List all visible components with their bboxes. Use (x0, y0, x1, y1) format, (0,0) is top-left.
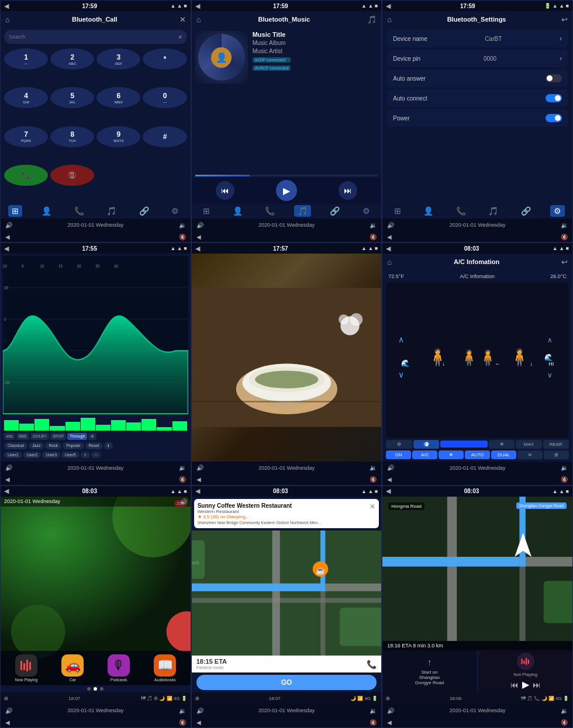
nav-tab-phone-3[interactable]: 📞 (453, 205, 470, 217)
preset-jazz[interactable]: Jazz (29, 442, 44, 449)
mute-icon-5[interactable]: 🔇 (370, 476, 377, 483)
auto-connect-toggle[interactable] (546, 94, 562, 102)
vol-icon-7b[interactable]: 🔉 (179, 708, 186, 714)
setting-auto-answer[interactable]: Auto answer (387, 70, 568, 87)
preset-popular[interactable]: Popular (63, 442, 84, 449)
nav-tab-link[interactable]: 🔗 (136, 205, 153, 217)
eq-btn-bbe[interactable]: BBE (16, 433, 29, 440)
dot-2[interactable] (94, 687, 97, 691)
video-container[interactable] (192, 254, 382, 461)
close-icon-3[interactable]: ↩ (561, 15, 568, 24)
prev-track-button[interactable]: ⏮ (216, 181, 234, 200)
dial-2[interactable]: 2ABC (50, 48, 94, 70)
vol-icon-3[interactable]: 🔊 (387, 222, 394, 228)
poi-close-button[interactable]: ✕ (370, 502, 375, 525)
dial-9[interactable]: 9WXYZ (96, 126, 140, 147)
nav-tab-link-2[interactable]: 🔗 (326, 205, 343, 217)
ac-defrost-btn[interactable]: ≋ (517, 450, 543, 459)
music-note-icon-2[interactable]: 🎵 (367, 15, 377, 24)
back-arrow-7[interactable]: ◀ (4, 487, 9, 495)
go-button[interactable]: GO (196, 675, 377, 690)
remove-user-btn[interactable]: − (91, 452, 101, 458)
dial-5[interactable]: 5JKL (50, 87, 94, 108)
map-view[interactable]: ☕ Xin'ercun Park (192, 531, 382, 656)
ac-rear-btn[interactable]: REAR (543, 440, 569, 449)
dial-7[interactable]: 7PQRS (4, 126, 48, 147)
dial-star[interactable]: * (143, 48, 187, 70)
back-arrow-nav-9[interactable]: ◀ (387, 719, 392, 726)
back-arrow-nav-4[interactable]: ◀ (5, 476, 10, 483)
vol-icon-8[interactable]: 🔊 (196, 708, 203, 714)
ac-ac-btn[interactable]: A/C (412, 450, 437, 459)
back-arrow-nav-1[interactable]: ◀ (5, 234, 10, 240)
ac-gear-btn[interactable]: ⚙ (386, 440, 412, 449)
preset-reset[interactable]: Reset (85, 442, 103, 449)
ac-max-btn[interactable]: MAX (516, 440, 541, 449)
nav-tab-phone[interactable]: 📞 (71, 205, 88, 217)
home-icon-6[interactable]: ⌂ (387, 258, 392, 266)
setting-power[interactable]: Power (387, 109, 568, 127)
eq-info-btn[interactable]: ℹ (104, 442, 113, 449)
vol-icon-6[interactable]: 🔊 (387, 464, 394, 471)
phone-icon-map[interactable]: 📞 (367, 660, 377, 669)
vol-icon-5[interactable]: 🔊 (196, 464, 203, 471)
call-button[interactable]: 📞 (4, 165, 48, 186)
back-arrow-nav-7[interactable]: ◀ (5, 719, 10, 726)
mute-icon-9[interactable]: 🔇 (561, 719, 568, 726)
nav-tab-settings-2[interactable]: ⚙ (359, 205, 374, 217)
back-arrow-1[interactable]: ◀ (4, 2, 9, 10)
dial-8[interactable]: 8TUV (50, 126, 94, 147)
vol-icon-9[interactable]: 🔊 (387, 708, 394, 714)
mute-icon-3[interactable]: 🔇 (561, 234, 568, 240)
vol-icon-6b[interactable]: 🔉 (561, 464, 568, 471)
home-icon-1[interactable]: ⌂ (5, 15, 10, 24)
power-toggle[interactable] (546, 114, 562, 122)
back-arrow-4[interactable]: ◀ (4, 245, 9, 252)
eq-btn-srs[interactable]: SRS® (50, 433, 67, 440)
dot-1[interactable] (87, 687, 91, 691)
back-arrow-2[interactable]: ◀ (195, 2, 200, 10)
mute-icon-4[interactable]: 🔇 (179, 476, 186, 483)
eq-btn-plus[interactable]: ⊕ (88, 433, 96, 440)
android-status-grid-8[interactable]: ⊞ (195, 696, 199, 701)
gps-map[interactable]: Hongma Road Shangliao Gongye Road (382, 497, 572, 641)
back-arrow-nav-6[interactable]: ◀ (387, 476, 392, 483)
mute-icon-2[interactable]: 🔇 (370, 234, 377, 240)
android-status-grid[interactable]: ⊞ (4, 696, 8, 701)
dial-1[interactable]: 1— (4, 48, 48, 70)
back-arrow-nav-2[interactable]: ◀ (196, 234, 201, 240)
user2-btn[interactable]: User2 (23, 452, 42, 458)
nav-tab-link-3[interactable]: 🔗 (517, 205, 534, 217)
vol-icon-7[interactable]: 🔊 (5, 708, 12, 714)
vol-icon-5b[interactable]: 🔉 (370, 464, 377, 471)
home-icon-2[interactable]: ⌂ (196, 15, 201, 24)
back-arrow-6[interactable]: ◀ (386, 245, 391, 252)
auto-answer-toggle[interactable] (546, 74, 562, 82)
search-bar[interactable]: ✕ (4, 30, 187, 44)
back-arrow-9[interactable]: ◀ (386, 487, 391, 495)
ac-fan-btn[interactable]: 💨 (413, 440, 439, 449)
back-arrow-8[interactable]: ◀ (195, 487, 200, 495)
vol-icon-1b[interactable]: 🔉 (179, 222, 186, 228)
mini-prev-button[interactable]: ⏮ (510, 680, 519, 689)
vol-icon-3b[interactable]: 🔉 (561, 222, 568, 228)
nav-tab-person-2[interactable]: 👤 (229, 205, 246, 217)
vol-icon-4[interactable]: 🔊 (5, 464, 12, 471)
mini-next-button[interactable]: ⏭ (533, 680, 541, 689)
close-icon-1[interactable]: ✕ (180, 15, 186, 24)
nav-tab-music[interactable]: 🎵 (103, 205, 120, 217)
dial-3[interactable]: 3DEF (96, 48, 140, 70)
mute-icon-7[interactable]: 🔇 (179, 719, 186, 726)
preset-classical[interactable]: Classical (4, 442, 27, 449)
back-arrow-nav-3[interactable]: ◀ (387, 234, 392, 240)
user3-btn[interactable]: User3 (42, 452, 60, 458)
eq-btn-through[interactable]: Through (67, 433, 87, 440)
nav-tab-grid-3[interactable]: ⊞ (391, 205, 405, 217)
eq-btn-eits[interactable]: eits (4, 433, 15, 440)
ac-dual-btn[interactable]: DUAL (491, 450, 516, 459)
progress-bar[interactable] (195, 175, 378, 176)
mini-play-button[interactable]: ▶ (522, 679, 529, 690)
nav-tab-phone-2[interactable]: 📞 (261, 205, 278, 217)
vol-icon-8b[interactable]: 🔉 (370, 708, 377, 714)
dial-6[interactable]: 6MNO (96, 87, 140, 108)
